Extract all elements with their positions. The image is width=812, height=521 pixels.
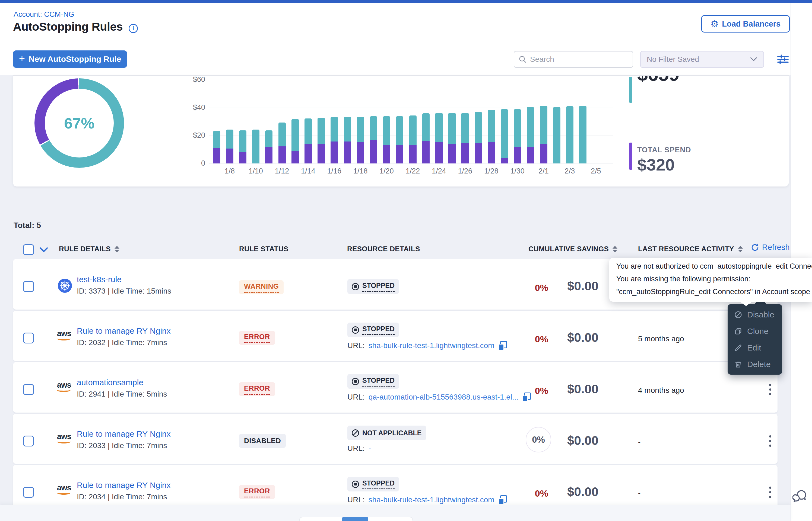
row-checkbox[interactable] xyxy=(23,436,34,447)
pagination-current-page[interactable] xyxy=(342,517,368,521)
rule-name-link[interactable]: automationsample xyxy=(77,378,143,387)
total-savings-value: $659 xyxy=(637,75,680,85)
plus-icon: + xyxy=(19,53,25,65)
last-activity: - xyxy=(638,489,640,497)
page-title: AutoStopping Rules xyxy=(13,20,123,33)
column-cumulative-savings[interactable]: CUMULATIVE SAVINGS xyxy=(528,245,617,253)
rule-id: ID: 2032 | Idle Time: 7mins xyxy=(77,338,167,347)
copy-icon[interactable] xyxy=(498,341,507,350)
tooltip-line-1: You are not authorized to ccm_autostoppi… xyxy=(616,262,812,271)
resource-status-badge[interactable]: STOPPED xyxy=(347,374,399,389)
menu-item-edit[interactable]: Edit xyxy=(728,339,782,356)
search-input[interactable] xyxy=(530,55,622,64)
resource-url-link[interactable]: sha-bulk-rule-test-1.lightwingtest.com xyxy=(368,496,494,504)
rule-name-link[interactable]: test-k8s-rule xyxy=(77,275,122,284)
rule-name-link[interactable]: Rule to manage RY Nginx xyxy=(77,481,171,490)
resource-url-link[interactable]: - xyxy=(368,444,371,453)
refresh-button[interactable]: Refresh xyxy=(751,243,790,252)
menu-item-delete[interactable]: Delete xyxy=(728,356,782,372)
resource-status-badge[interactable]: STOPPED xyxy=(347,279,399,294)
filter-panel-icon[interactable] xyxy=(776,52,790,66)
stopped-icon xyxy=(352,481,359,488)
sort-icon[interactable] xyxy=(114,246,120,252)
last-activity: - xyxy=(638,437,640,446)
permission-tooltip: You are not authorized to ccm_autostoppi… xyxy=(609,258,812,302)
load-balancers-button[interactable]: ⚙ Load Balancers xyxy=(701,15,790,32)
spend-legend-marker xyxy=(629,142,632,170)
total-spend-value: $320 xyxy=(637,155,675,174)
refresh-icon xyxy=(751,243,760,252)
saved-filter-value: No Filter Saved xyxy=(647,55,699,64)
row-menu-button[interactable] xyxy=(768,485,772,499)
menu-item-disable[interactable]: Disable xyxy=(728,306,782,323)
tooltip-line-3: "ccm_autoStoppingRule_edit Connectors" i… xyxy=(616,288,810,296)
rule-name-link[interactable]: Rule to manage RY Nginx xyxy=(77,429,171,438)
aws-icon: aws xyxy=(57,381,71,392)
delete-icon xyxy=(734,360,742,368)
savings-percent: 0% xyxy=(508,488,548,499)
info-icon[interactable]: i xyxy=(129,24,138,33)
savings-percent: 0% xyxy=(508,334,548,344)
kubernetes-icon xyxy=(58,279,72,294)
tooltip-caret xyxy=(739,301,753,306)
page-header: Account: CCM-NG AutoStopping Rules i ⚙ L… xyxy=(0,3,791,41)
resource-url: URL: - xyxy=(347,444,371,453)
row-checkbox[interactable] xyxy=(23,281,34,292)
spend-savings-bar-chart xyxy=(209,80,616,163)
savings-value: $0.00 xyxy=(550,382,598,396)
chat-support-icon[interactable] xyxy=(792,489,807,503)
copy-icon[interactable] xyxy=(498,495,507,504)
total-count: Total: 5 xyxy=(14,221,41,230)
row-checkbox[interactable] xyxy=(23,333,34,343)
new-autostopping-rule-button[interactable]: + New AutoStopping Rule xyxy=(13,50,127,68)
account-breadcrumb[interactable]: Account: CCM-NG xyxy=(14,10,74,19)
stopped-icon xyxy=(352,283,359,290)
status-badge[interactable]: ERROR xyxy=(239,331,275,345)
savings-value: $0.00 xyxy=(550,279,598,293)
autostopping-rules-page: Account: CCM-NG AutoStopping Rules i ⚙ L… xyxy=(0,0,812,521)
savings-tick xyxy=(537,473,537,486)
savings-legend-marker xyxy=(629,77,632,103)
savings-value: $0.00 xyxy=(550,433,598,448)
rule-name-link[interactable]: Rule to manage RY Nginx xyxy=(77,326,171,336)
select-menu-chevron-icon[interactable] xyxy=(39,247,48,253)
column-resource-details: RESOURCE DETAILS xyxy=(347,245,420,253)
status-badge[interactable]: ERROR xyxy=(239,382,275,396)
resource-status-badge[interactable]: STOPPED xyxy=(347,322,399,337)
stopped-icon xyxy=(352,326,359,334)
last-activity: 4 months ago xyxy=(638,386,684,395)
status-badge: DISABLED xyxy=(239,434,286,448)
status-badge[interactable]: ERROR xyxy=(239,485,275,499)
edit-icon xyxy=(734,344,742,352)
sort-icon[interactable] xyxy=(738,246,743,252)
savings-tick xyxy=(537,370,537,383)
column-last-resource-activity[interactable]: LAST RESOURCE ACTIVITY xyxy=(638,245,743,253)
saved-filter-dropdown[interactable]: No Filter Saved xyxy=(640,51,764,68)
rule-id: ID: 2941 | Idle Time: 5mins xyxy=(77,390,167,399)
sort-icon[interactable] xyxy=(613,246,617,252)
status-badge[interactable]: WARNING xyxy=(239,280,284,294)
row-checkbox[interactable] xyxy=(23,384,34,395)
rule-id: ID: 2033 | Idle Time: 7mins xyxy=(77,441,167,450)
menu-item-clone[interactable]: Clone xyxy=(728,323,782,339)
not-applicable-icon xyxy=(352,429,359,437)
bar-chart-x-axis: 1/81/101/121/141/161/181/201/221/241/261… xyxy=(209,167,632,178)
aws-icon: aws xyxy=(57,330,71,340)
disable-icon xyxy=(734,311,742,319)
select-all-checkbox[interactable] xyxy=(23,244,34,255)
row-checkbox[interactable] xyxy=(23,487,34,498)
resource-status-badge[interactable]: STOPPED xyxy=(347,477,399,492)
resource-status-badge: NOT APPLICABLE xyxy=(347,426,426,440)
top-accent-bar xyxy=(0,0,812,3)
resource-url-link[interactable]: qa-automation-alb-515563988.us-east-1.el… xyxy=(368,393,519,402)
column-rule-details[interactable]: RULE DETAILS xyxy=(59,245,120,253)
table-row: aws Rule to manage RY Nginx ID: 2033 | I… xyxy=(13,414,777,464)
row-context-menu: Disable Clone Edit Delete xyxy=(728,304,782,375)
resource-url-link[interactable]: sha-bulk-rule-test-1.lightwingtest.com xyxy=(368,341,494,350)
column-rule-status: RULE STATUS xyxy=(239,245,288,253)
row-menu-button[interactable] xyxy=(768,383,772,396)
bar-chart-y-axis: $60$40$200 xyxy=(178,80,205,166)
savings-donut-chart: 67% xyxy=(35,78,124,168)
clone-icon xyxy=(734,327,742,335)
row-menu-button[interactable] xyxy=(768,434,772,448)
